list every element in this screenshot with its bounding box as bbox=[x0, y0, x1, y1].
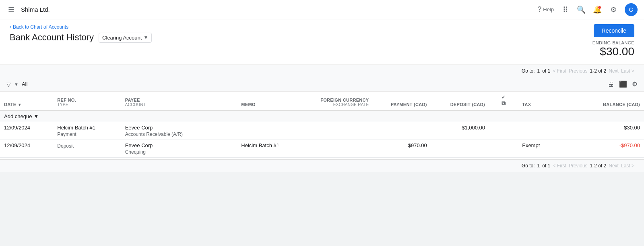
col-header-refno: REF NO. TYPE bbox=[53, 92, 121, 110]
range-label-bottom: 1-2 of 2 bbox=[590, 163, 607, 169]
col-header-memo: MEMO bbox=[237, 92, 305, 110]
row1-memo bbox=[237, 122, 305, 140]
col-header-forex: FOREIGN CURRENCY EXCHANGE RATE bbox=[305, 92, 373, 110]
header-right: Reconcile ENDING BALANCE $30.00 bbox=[592, 24, 634, 58]
row2-payee: Eevee Corp Chequing bbox=[121, 140, 237, 158]
first-link-top[interactable]: < First bbox=[553, 68, 566, 74]
col-subheader-exchange-rate: EXCHANGE RATE bbox=[309, 102, 369, 107]
pagination-top: Go to: 1 of 1 < First Previous 1-2 of 2 … bbox=[0, 65, 644, 77]
add-cheque-cell: Add cheque ▼ bbox=[0, 110, 644, 122]
range-label-top: 1-2 of 2 bbox=[590, 68, 607, 74]
reconcile-button[interactable]: Reconcile bbox=[594, 24, 634, 37]
row2-check bbox=[489, 140, 518, 158]
chevron-down-icon: ▼ bbox=[143, 35, 148, 40]
row2-memo: Helcim Batch #1 bbox=[237, 140, 305, 158]
row1-forex bbox=[305, 122, 373, 140]
row1-payee: Eevee Corp Accounts Receivable (A/R) bbox=[121, 122, 237, 140]
col-header-payee: PAYEE ACCOUNT bbox=[121, 92, 237, 110]
settings-icon[interactable]: ⚙ bbox=[609, 5, 618, 15]
transactions-table: DATE ▼ REF NO. TYPE PAYEE ACCOUNT MEMO F… bbox=[0, 92, 644, 158]
current-page-bottom: 1 bbox=[537, 163, 540, 169]
col-header-date[interactable]: DATE ▼ bbox=[0, 92, 53, 110]
help-button[interactable]: ? Help bbox=[537, 5, 554, 14]
filter-left: ▽ ▼ All bbox=[6, 81, 27, 88]
add-cheque-button[interactable]: Add cheque ▼ bbox=[4, 113, 39, 119]
nav-right: ? Help ⠿ 🔍 🔔 ⚙ G bbox=[537, 3, 638, 16]
row2-type: Deposit bbox=[57, 143, 117, 149]
col-header-payment: PAYMENT (CAD) bbox=[373, 92, 431, 110]
prev-link-bottom[interactable]: Previous bbox=[569, 163, 588, 169]
row1-deposit: $1,000.00 bbox=[431, 122, 489, 140]
page-title: Bank Account History bbox=[10, 32, 94, 43]
add-cheque-dropdown-arrow: ▼ bbox=[33, 113, 39, 119]
row2-tax: Exempt bbox=[518, 140, 586, 158]
top-navigation: ☰ Shima Ltd. ? Help ⠿ 🔍 🔔 ⚙ G bbox=[0, 0, 644, 19]
col-header-balance: BALANCE (CAD) bbox=[586, 92, 644, 110]
col-header-deposit: DEPOSIT (CAD) bbox=[431, 92, 489, 110]
row1-check bbox=[489, 122, 518, 140]
column-settings-icon[interactable]: ⚙ bbox=[632, 80, 638, 88]
next-link-bottom[interactable]: Next bbox=[609, 163, 619, 169]
nav-left: ☰ Shima Ltd. bbox=[6, 5, 50, 15]
row2-payment: $970.00 bbox=[373, 140, 431, 158]
row1-date: 12/09/2024 bbox=[0, 122, 53, 140]
row1-refno: Helcim Batch #1 Payment bbox=[53, 122, 121, 140]
row2-refno: Deposit bbox=[53, 140, 121, 158]
print-icon[interactable]: 🖨 bbox=[608, 81, 614, 88]
help-circle-icon: ? bbox=[537, 5, 541, 14]
row1-account: Accounts Receivable (A/R) bbox=[125, 131, 233, 137]
filter-icon: ▽ bbox=[6, 81, 11, 88]
next-link-top[interactable]: Next bbox=[609, 68, 619, 74]
filter-bar: ▽ ▼ All 🖨 ⬛ ⚙ bbox=[0, 77, 644, 92]
col-subheader-type: TYPE bbox=[57, 102, 117, 107]
search-icon[interactable]: 🔍 bbox=[576, 5, 586, 15]
current-page-top: 1 bbox=[537, 68, 540, 74]
page-title-row: Bank Account History Clearing Account ▼ bbox=[10, 32, 152, 43]
ending-balance-label: ENDING BALANCE bbox=[592, 40, 634, 45]
help-label: Help bbox=[543, 6, 554, 13]
table-header-row: DATE ▼ REF NO. TYPE PAYEE ACCOUNT MEMO F… bbox=[0, 92, 644, 110]
table-row: 12/09/2024 Helcim Batch #1 Payment Eevee… bbox=[0, 122, 644, 140]
goto-label-bottom: Go to: bbox=[522, 163, 535, 169]
col-header-tax: TAX bbox=[518, 92, 586, 110]
row1-tax bbox=[518, 122, 586, 140]
of-label-top: of 1 bbox=[542, 68, 550, 74]
pagination-bottom: Go to: 1 of 1 < First Previous 1-2 of 2 … bbox=[0, 159, 644, 172]
goto-label-top: Go to: bbox=[522, 68, 535, 74]
account-selector-label: Clearing Account bbox=[102, 35, 142, 41]
table-container: Go to: 1 of 1 < First Previous 1-2 of 2 … bbox=[0, 65, 644, 172]
table-row: 12/09/2024 Deposit Eevee Corp Chequing H… bbox=[0, 140, 644, 158]
row2-date: 12/09/2024 bbox=[0, 140, 53, 158]
account-selector-dropdown[interactable]: Clearing Account ▼ bbox=[99, 33, 152, 43]
page-header: ‹ Back to Chart of Accounts Bank Account… bbox=[0, 19, 644, 65]
avatar[interactable]: G bbox=[625, 3, 638, 16]
row1-payment bbox=[373, 122, 431, 140]
app-title: Shima Ltd. bbox=[21, 6, 50, 13]
hamburger-menu-icon[interactable]: ☰ bbox=[6, 5, 16, 15]
row2-account: Chequing bbox=[125, 149, 233, 155]
of-label-bottom: of 1 bbox=[542, 163, 550, 169]
last-link-bottom[interactable]: Last > bbox=[621, 163, 634, 169]
filter-arrow-icon: ▼ bbox=[14, 82, 19, 87]
filter-right: 🖨 ⬛ ⚙ bbox=[608, 80, 638, 88]
row2-forex bbox=[305, 140, 373, 158]
first-link-bottom[interactable]: < First bbox=[553, 163, 566, 169]
header-left: ‹ Back to Chart of Accounts Bank Account… bbox=[10, 24, 152, 43]
export-icon[interactable]: ⬛ bbox=[619, 80, 627, 88]
sort-arrow-icon: ▼ bbox=[18, 102, 22, 107]
back-to-chart-accounts-link[interactable]: ‹ Back to Chart of Accounts bbox=[10, 24, 152, 30]
row1-balance: $30.00 bbox=[586, 122, 644, 140]
prev-link-top[interactable]: Previous bbox=[569, 68, 588, 74]
filter-all-label[interactable]: All bbox=[22, 81, 27, 87]
notifications-icon[interactable]: 🔔 bbox=[592, 5, 602, 15]
row2-deposit bbox=[431, 140, 489, 158]
add-cheque-row: Add cheque ▼ bbox=[0, 110, 644, 122]
col-subheader-account: ACCOUNT bbox=[125, 102, 233, 107]
col-header-check: ✓ ⧉ bbox=[489, 92, 518, 110]
row1-type: Payment bbox=[57, 131, 117, 137]
copy-icon[interactable]: ⧉ bbox=[502, 100, 506, 106]
apps-grid-icon[interactable]: ⠿ bbox=[560, 5, 570, 15]
last-link-top[interactable]: Last > bbox=[621, 68, 634, 74]
ending-balance-value: $30.00 bbox=[592, 45, 634, 58]
row2-balance: -$970.00 bbox=[586, 140, 644, 158]
